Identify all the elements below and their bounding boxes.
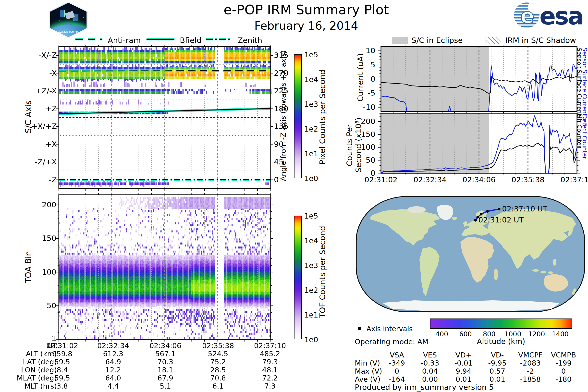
- axis-interval-dot-icon: [358, 327, 361, 330]
- colorbar-tick: 1e5: [304, 212, 318, 220]
- altitude-tick: 600: [453, 330, 478, 338]
- colorbar-tick: 1e4: [304, 236, 318, 245]
- pixel-counts-colorbar: [294, 54, 302, 178]
- ephemeris-value: 7.3: [246, 382, 294, 390]
- time-tick: 02:35:38: [506, 176, 550, 184]
- page-title: e-POP IRM Summary Plot: [172, 2, 441, 18]
- voltage-value: -2083: [513, 359, 548, 367]
- legend-line-bfield: [146, 38, 174, 41]
- ephemeris-value: 67.9: [141, 374, 190, 382]
- legend-line-zenith: [206, 38, 232, 41]
- time-tick: 02:37:10: [555, 176, 588, 184]
- legend-line-anti-ram: [76, 38, 102, 41]
- ephemeris-value: 02:31:02: [38, 342, 87, 350]
- page-subtitle: February 16, 2014: [172, 19, 441, 32]
- ephemeris-value: 79.3: [246, 358, 294, 366]
- angle-tick: 270: [274, 68, 288, 78]
- ephemeris-value: 48.1: [246, 366, 294, 374]
- voltage-value: -1858: [513, 375, 548, 384]
- counts-ytick: 150: [351, 130, 375, 139]
- current-chart: [377, 43, 583, 116]
- altitude-tick: 800: [477, 330, 502, 338]
- time-tick: 02:34:06: [457, 176, 501, 184]
- voltage-value: 0: [546, 367, 581, 375]
- altitude-tick: 1000: [500, 330, 525, 338]
- ephemeris-value: 6.1: [194, 382, 242, 390]
- ephemeris-value: 72.2: [246, 374, 294, 382]
- counts-ytick: 100: [351, 142, 375, 152]
- voltage-value: -2: [513, 367, 548, 375]
- voltage-value: 0.01: [480, 375, 514, 384]
- colorbar-tick: 1e1: [304, 150, 318, 158]
- colorbar-tick: 1e0: [304, 174, 318, 183]
- ephemeris-value: 18.1: [141, 366, 190, 374]
- ephemeris-value: 02:34:06: [141, 342, 190, 350]
- band-label: -X/-Z: [15, 51, 57, 60]
- counts-chart: [377, 109, 583, 178]
- voltage-value: -180: [546, 375, 581, 384]
- voltage-row-label: Min (V): [355, 359, 380, 367]
- band-label: -Z: [15, 175, 57, 184]
- toa-spectrogram: [55, 191, 275, 343]
- angle-tick: 90: [274, 140, 284, 148]
- voltage-value: 0.04: [413, 367, 447, 375]
- band-label: +X/+Z: [15, 122, 57, 130]
- ephemeris-value: 567.1: [141, 350, 190, 358]
- ephemeris-value: 659.8: [38, 350, 87, 358]
- cassiope-mission-patch: CASSIOPE: [48, 2, 89, 38]
- overlay-legend-label: Bfield: [180, 36, 202, 44]
- band-label: -X: [15, 68, 57, 78]
- ephemeris-value: 02:35:38: [194, 342, 242, 350]
- produced-by-label: Produced by irm_summary version 5: [355, 383, 494, 392]
- track-end-label: 02:37:10 UT: [502, 204, 547, 213]
- ephemeris-value: 75.2: [194, 358, 242, 366]
- axis-interval-dot: [480, 213, 483, 215]
- ephemeris-value: 3.8: [38, 382, 87, 390]
- angle-tick: 0: [274, 175, 279, 184]
- pixel-colorbar-label: Pixel Counts per Second: [318, 51, 327, 183]
- mission-patch-art: CASSIOPE: [49, 3, 88, 37]
- voltage-value: -164: [380, 375, 414, 384]
- ephemeris-value: 524.5: [194, 350, 242, 358]
- current-ytick: -10: [351, 103, 375, 112]
- axis-interval-dot: [498, 208, 500, 210]
- patch-label: CASSIOPE: [49, 30, 88, 34]
- ephemeris-value: 70.3: [141, 358, 190, 366]
- colorbar-tick: 1e4: [304, 75, 318, 84]
- axis-intervals-label: Axis intervals: [366, 325, 412, 333]
- angle-tick: 135: [274, 122, 288, 130]
- voltage-value: 0.00: [413, 375, 447, 384]
- voltage-column-header: VMCPF: [513, 351, 548, 359]
- altitude-tick: 1200: [524, 330, 549, 338]
- band-label: +Z: [15, 104, 57, 113]
- time-tick: 02:32:34: [408, 176, 452, 184]
- voltage-value: 0.01: [446, 375, 481, 384]
- band-label: -Z/+X: [15, 157, 57, 166]
- toa-tick: 50: [32, 301, 56, 310]
- colorbar-tick: 1e3: [304, 100, 318, 108]
- colorbar-tick: 1e0: [304, 336, 318, 344]
- toa-tick: 200: [32, 200, 56, 209]
- voltage-column-header: VCMPB: [546, 351, 581, 359]
- eclipse-region: [381, 46, 489, 112]
- esa-wordmark: esa: [540, 2, 582, 29]
- band-label: +Z/-X: [15, 86, 57, 95]
- voltage-value: -349: [380, 359, 414, 367]
- sc-axis-spectrogram: [55, 43, 275, 192]
- colorbar-tick: 1e3: [304, 261, 318, 270]
- toa-ylabel: TOA Bin: [24, 234, 33, 300]
- ephemeris-value: 12.2: [89, 366, 138, 374]
- counts-ytick: 200: [351, 117, 375, 126]
- ephemeris-value: 02:32:34: [89, 342, 138, 350]
- colorbar-tick: 1e2: [304, 286, 318, 294]
- current-ytick: 0: [351, 74, 375, 83]
- colorbar-tick: 1e5: [304, 50, 318, 59]
- tof-counts-colorbar: [294, 216, 302, 339]
- ephemeris-value: 612.3: [89, 350, 138, 358]
- voltage-value: -199: [546, 359, 581, 367]
- ephemeris-value: 59.5: [38, 374, 87, 382]
- toa-tick: 150: [32, 234, 56, 242]
- tof-colorbar-label: TOF Counts per Second: [318, 213, 327, 331]
- track-start-label: 02:31:02 UT: [478, 216, 524, 224]
- voltage-column-header: VD+: [446, 351, 481, 359]
